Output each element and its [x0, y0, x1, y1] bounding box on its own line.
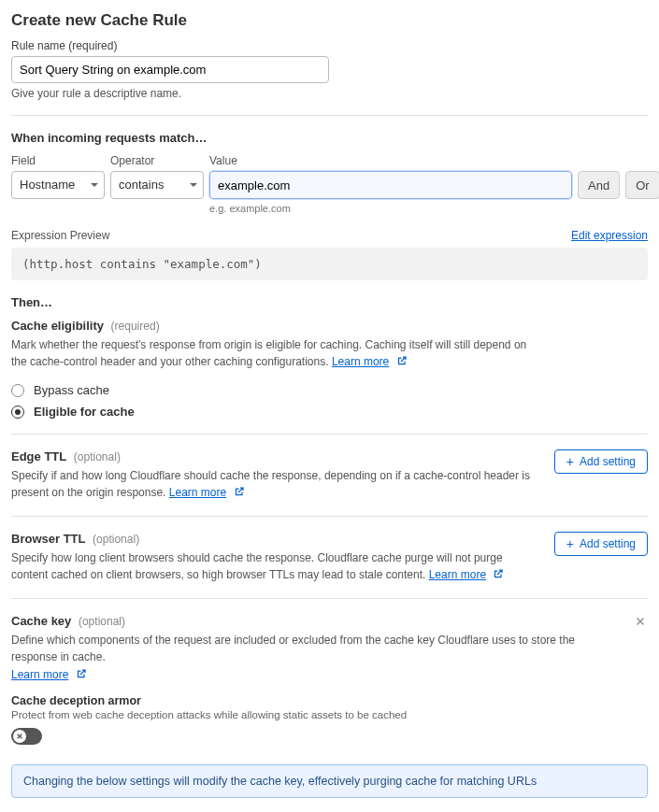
external-link-icon [76, 668, 87, 679]
operator-label: Operator [110, 154, 204, 167]
eligible-cache-label: Eligible for cache [34, 405, 135, 419]
cache-deception-armor-toggle[interactable] [11, 728, 42, 745]
toggle-knob [13, 730, 26, 743]
field-select[interactable]: Hostname [11, 171, 105, 199]
match-section-title: When incoming requests match… [11, 131, 648, 145]
eligible-cache-radio[interactable] [11, 406, 24, 419]
edge-ttl-title: Edge TTL [11, 449, 66, 463]
separator [11, 115, 648, 116]
cache-deception-armor-title: Cache deception armor [11, 694, 648, 707]
and-button[interactable]: And [578, 171, 620, 199]
expression-preview-label: Expression Preview [11, 229, 109, 242]
edge-ttl-optional: (optional) [74, 450, 121, 463]
plus-icon: + [566, 537, 574, 550]
cache-eligibility-required: (required) [111, 320, 160, 333]
external-link-icon [234, 485, 245, 496]
operator-select[interactable]: contains [110, 171, 204, 199]
then-title: Then… [11, 295, 648, 309]
separator [11, 434, 648, 434]
browser-ttl-title: Browser TTL [11, 532, 85, 546]
cache-deception-armor-desc: Protect from web cache deception attacks… [11, 709, 648, 720]
field-label: Field [11, 154, 105, 167]
cache-key-learn-more-link[interactable]: Learn more [11, 668, 68, 681]
close-icon[interactable] [633, 614, 648, 632]
or-button[interactable]: Or [625, 171, 659, 199]
browser-ttl-add-button[interactable]: + Add setting [554, 532, 648, 556]
cache-eligibility-learn-more-link[interactable]: Learn more [332, 355, 389, 368]
rule-name-helper: Give your rule a descriptive name. [11, 87, 648, 100]
operator-select-value: contains [119, 178, 164, 192]
separator [11, 516, 648, 517]
browser-ttl-learn-more-link[interactable]: Learn more [429, 568, 486, 581]
edge-ttl-learn-more-link[interactable]: Learn more [169, 486, 226, 499]
cache-key-optional: (optional) [79, 615, 125, 628]
rule-name-label: Rule name (required) [11, 39, 648, 52]
plus-icon: + [566, 455, 574, 468]
expression-code: (http.host contains "example.com") [11, 248, 648, 280]
browser-ttl-optional: (optional) [93, 533, 139, 546]
chevron-down-icon [91, 183, 98, 187]
field-select-value: Hostname [20, 178, 75, 192]
value-label: Value [209, 154, 572, 167]
add-setting-label: Add setting [580, 537, 636, 550]
cache-eligibility-desc: Mark whether the request's response from… [11, 338, 526, 368]
chevron-down-icon [190, 183, 197, 187]
cache-key-desc: Define which components of the request a… [11, 634, 575, 663]
add-setting-label: Add setting [580, 455, 636, 468]
edge-ttl-desc: Specify if and how long Cloudflare shoul… [11, 469, 530, 499]
rule-name-input[interactable] [11, 56, 329, 83]
edge-ttl-add-button[interactable]: + Add setting [554, 449, 648, 474]
external-link-icon [493, 567, 504, 578]
external-link-icon [396, 354, 408, 365]
cache-eligibility-title: Cache eligibility [11, 319, 104, 333]
cache-key-title: Cache key [11, 614, 71, 628]
separator [11, 598, 648, 599]
cache-key-warning-banner: Changing the below settings will modify … [11, 764, 648, 798]
page-title: Create new Cache Rule [11, 11, 648, 30]
value-input[interactable] [209, 171, 572, 199]
bypass-cache-label: Bypass cache [34, 383, 109, 397]
value-helper: e.g. example.com [209, 203, 572, 214]
bypass-cache-radio[interactable] [11, 384, 24, 397]
edit-expression-link[interactable]: Edit expression [571, 229, 648, 242]
